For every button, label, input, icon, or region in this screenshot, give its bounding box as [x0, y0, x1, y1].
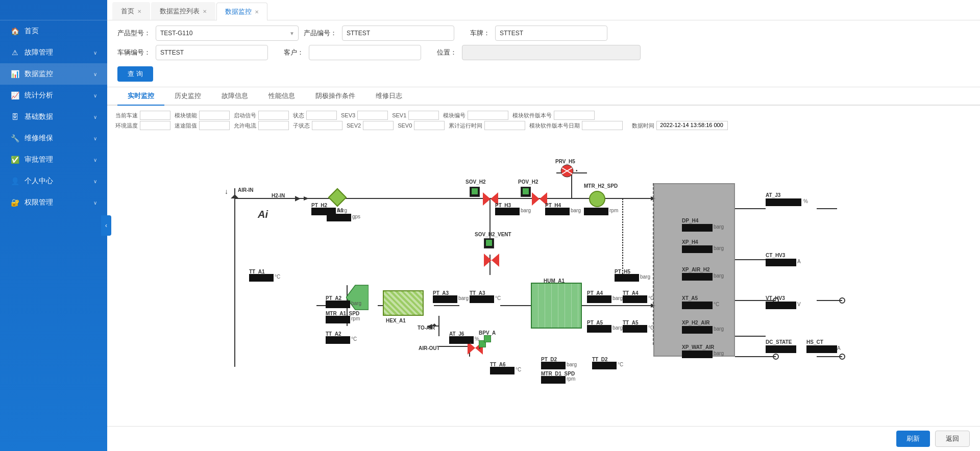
sub-tab-realtime[interactable]: 实时监控 [117, 87, 164, 106]
pt-a2-value [326, 300, 350, 308]
collapse-sidebar-button[interactable]: ‹ [101, 215, 111, 236]
module-sw-date-value [582, 121, 623, 130]
hex-a1-symbol [383, 290, 424, 316]
tt-d2-unit: °C [618, 362, 623, 367]
svg-marker-49 [532, 192, 540, 206]
sev3-field: SEV3 [341, 111, 388, 120]
tt-a6-value [490, 367, 514, 374]
tt-a2-value [326, 336, 350, 344]
tt-a5-value [623, 325, 647, 333]
xp-air-h2-label: XP_AIR_H2 [682, 267, 709, 272]
tab-close-list[interactable]: ✕ [203, 9, 207, 14]
search-button[interactable]: 查 询 [117, 66, 153, 82]
sidebar-item-home[interactable]: 🏠 首页 [0, 20, 107, 42]
customer-input[interactable] [309, 45, 421, 60]
dp-h4-unit: barg [714, 224, 724, 230]
h2-in-arrow: ▶ [295, 194, 301, 202]
sidebar-item-approve[interactable]: ✅ 审批管理 ∨ [0, 149, 107, 170]
sidebar-item-label: 权限管理 [24, 198, 53, 207]
at-j3-value [766, 198, 801, 206]
product-type-label: 产品型号： [117, 29, 151, 38]
tt-a3-value [470, 295, 494, 303]
prv-h5-symbol [559, 164, 575, 180]
chevron-icon: ∨ [93, 93, 97, 98]
diagram-area[interactable]: 当前车速 模块馈能 启动信号 状态 SEV3 SEV1 [107, 106, 980, 426]
tt-d2-value [592, 362, 617, 369]
sidebar-item-stats[interactable]: 📈 统计分析 ∨ [0, 85, 107, 106]
datetime-value: 2022-12-14 13:58:16 000 [656, 121, 728, 130]
sidebar-item-monitor[interactable]: 📊 数据监控 ∨ [0, 63, 107, 85]
hs-ct-label: HS_CT [806, 339, 823, 345]
chevron-icon: ∨ [93, 179, 97, 184]
product-type-select[interactable]: TEST-G110 [156, 26, 299, 41]
xp-h4-label: XP_H4 [682, 239, 698, 245]
sidebar-item-label: 首页 [24, 27, 39, 36]
vt-hv3-unit: V [797, 302, 801, 307]
xt-a5-unit: °C [714, 302, 719, 307]
pt-a5-value [587, 325, 611, 333]
sidebar-item-label: 审批管理 [24, 155, 53, 164]
speed-value [140, 111, 170, 120]
state-field: 状态 [293, 111, 337, 120]
env-temp-value [140, 121, 170, 130]
sidebar-item-personal[interactable]: 👤 个人中心 ∨ [0, 170, 107, 192]
module-sw-ver-field: 模块软件版本号 [512, 111, 595, 120]
product-no-input[interactable]: STTEST [342, 26, 454, 41]
state-value [306, 111, 337, 120]
contact-res-field: 迷途阻值 [175, 121, 230, 130]
tt-a1-unit: °C [275, 274, 280, 280]
sub-tab-repair[interactable]: 维修日志 [365, 87, 412, 106]
pov-h2-label: POV_H2 [518, 179, 538, 185]
tt-a3-unit: °C [495, 295, 501, 301]
refresh-button[interactable]: 刷新 [896, 431, 930, 447]
mtr-a1-spd-value [326, 316, 350, 323]
ct-hv3-unit: A [797, 259, 801, 264]
back-button[interactable]: 返回 [935, 431, 970, 447]
sub-tab-fault[interactable]: 故障信息 [211, 87, 258, 106]
chevron-icon: ∨ [93, 71, 97, 77]
bpv-a-dot: • [479, 345, 481, 351]
vehicle-no-input[interactable] [156, 45, 268, 60]
xt-a5-label: XT_A5 [682, 295, 698, 301]
pt-h5-unit: barg [640, 274, 650, 280]
sidebar-item-maintain[interactable]: 🔧 维修维保 ∨ [0, 128, 107, 149]
sidebar-item-label: 个人中心 [24, 177, 53, 186]
pt-a5-unit: barg [612, 325, 623, 331]
xp-h2-air-label: XP_H2_AIR [682, 320, 709, 325]
at-j3-unit: % [803, 198, 808, 204]
tab-monitor[interactable]: 数据监控 ✕ [216, 3, 267, 20]
location-input[interactable] [462, 45, 641, 60]
contact-res-value [199, 121, 230, 130]
tab-list[interactable]: 数据监控列表 ✕ [151, 2, 215, 20]
sidebar-item-permission[interactable]: 🔐 权限管理 ∨ [0, 192, 107, 213]
monitor-icon: 📊 [10, 69, 19, 79]
personal-icon: 👤 [10, 177, 19, 186]
sev0-value [414, 121, 445, 130]
pt-a4-value [587, 295, 611, 303]
bpv-a-label: BPV_A [479, 330, 496, 336]
tab-close-home[interactable]: ✕ [137, 9, 141, 14]
pt-a3-value [433, 295, 457, 303]
pt-d2-value [541, 362, 566, 369]
basic-icon: 🗄 [10, 112, 19, 121]
at-j3-label: AT_J3 [766, 192, 780, 198]
tab-home[interactable]: 首页 ✕ [112, 2, 150, 20]
pt-h2-unit: barg [337, 208, 347, 213]
sidebar-item-fault[interactable]: ⚠ 故障管理 ∨ [0, 42, 107, 63]
h2-in-label: H2-IN [272, 193, 285, 198]
ct-hv3-value [766, 259, 796, 266]
sub-tab-history[interactable]: 历史监控 [164, 87, 211, 106]
pt-h2-value [311, 208, 336, 215]
pt-a4-unit: barg [612, 295, 623, 301]
sub-tab-cathode[interactable]: 阴极操作条件 [305, 87, 365, 106]
env-temp-field: 环境温度 [115, 121, 170, 130]
sub-tab-perf[interactable]: 性能信息 [258, 87, 305, 106]
xp-h2-air-value [682, 326, 713, 334]
vt-hv3-label: VT_HV3 [766, 295, 785, 301]
plate-input[interactable]: STTEST [495, 26, 607, 41]
tab-close-monitor[interactable]: ✕ [255, 9, 259, 15]
valve-vent [484, 254, 499, 268]
sidebar-item-basic[interactable]: 🗄 基础数据 ∨ [0, 106, 107, 128]
xt-a5-value [682, 302, 713, 309]
xp-wat-air-unit: barg [714, 350, 724, 356]
